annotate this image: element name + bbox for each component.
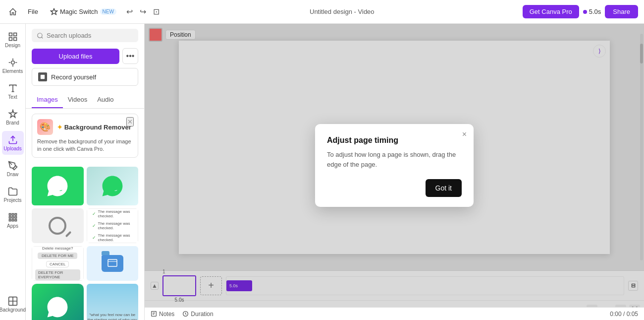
star-icon: ✦ [57,124,64,131]
bg-remover-title: ✦ Background Remover [57,124,131,131]
tab-images[interactable]: Images [32,92,63,108]
svg-rect-18 [108,259,117,266]
svg-rect-11 [15,216,16,218]
timer-dot [583,10,587,14]
search-input[interactable] [47,32,133,39]
delete-for-me: DELETE FOR ME [38,253,77,259]
topbar: File Magic Switch NEW ↩ ↪ ⊡ Untitled des… [0,0,644,24]
svg-point-16 [38,33,42,37]
modal-overlay: × Adjust page timing To adjust how long … [145,24,644,307]
upload-item-8[interactable]: "what you feel now can be the starting p… [87,284,139,320]
folder-icon [102,255,123,272]
resize-icon[interactable]: ⊡ [151,5,161,18]
magnify-icon [49,217,66,235]
topbar-right: Get Canva Pro 5.0s Share [523,5,638,18]
sidebar-label-apps: Apps [7,223,18,229]
svg-rect-12 [9,219,10,221]
svg-rect-8 [15,213,16,215]
search-box [32,29,138,42]
svg-rect-20 [152,312,157,317]
sidebar-item-uploads[interactable]: Uploads [2,131,24,155]
uploads-panel: Upload files ••• Record yourself Images … [26,24,145,320]
svg-rect-6 [9,213,10,215]
delete-for-everyone: DELETE FOR EVERYONE [35,269,80,280]
duration-btn-label: Duration [191,311,213,318]
modal-close-button[interactable]: × [462,130,467,139]
sidebar-label-text: Text [8,94,17,100]
notes-button[interactable]: Notes [151,311,174,318]
upload-files-button[interactable]: Upload files [32,49,119,64]
redo-icon[interactable]: ↪ [138,5,148,18]
upload-item-2[interactable] [87,167,139,205]
home-button[interactable] [6,5,20,19]
svg-point-4 [11,61,14,64]
svg-rect-3 [13,37,16,40]
file-menu[interactable]: File [24,6,42,17]
record-icon [38,72,47,81]
topbar-icons: ↩ ↪ ⊡ [124,5,161,18]
msg-row-1: ✓ The message was checked. [90,209,135,219]
sidebar-label-uploads: Uploads [3,146,22,151]
svg-rect-14 [15,219,16,221]
record-btn-row: Record yourself [26,68,144,92]
svg-rect-2 [9,37,12,40]
upload-more-button[interactable]: ••• [122,48,138,64]
share-button[interactable]: Share [605,5,638,18]
sidebar-item-brand[interactable]: Brand [2,105,24,129]
bottom-right: 0:00 / 0:05 [610,311,638,318]
upload-item-7[interactable] [32,284,84,320]
sidebar-label-elements: Elements [2,68,23,74]
magic-badge: NEW [100,8,116,15]
upload-item-6[interactable] [87,246,139,281]
upload-item-3[interactable] [32,208,84,243]
svg-rect-17 [41,75,45,79]
sidebar-label-projects: Projects [3,197,21,203]
search-icon [37,32,44,39]
bg-remover-header: 🎨 ✦ Background Remover [37,119,133,135]
msg-row-3: ✓ The message was checked. [90,233,135,243]
tab-audio[interactable]: Audio [92,92,118,108]
sidebar-item-draw[interactable]: Draw [2,157,24,181]
svg-rect-9 [9,216,10,218]
timer-display: 5.0s [583,8,601,15]
time-counter: 0:00 / 0:05 [610,311,638,318]
svg-rect-1 [13,33,16,36]
notes-btn-label: Notes [159,311,174,318]
svg-rect-10 [12,216,13,218]
search-area [26,24,144,46]
duration-button[interactable]: Duration [182,311,213,318]
sidebar-label-background: Background [0,307,26,313]
sidebar-item-apps[interactable]: Apps [2,208,24,232]
upload-item-4[interactable]: ✓ The message was checked. ✓ The message… [87,208,139,243]
record-btn-label: Record yourself [51,73,96,81]
magic-switch-button[interactable]: Magic Switch NEW [46,6,120,18]
sidebar-item-elements[interactable]: Elements [2,54,24,77]
bottom-bar: Notes Duration 0:00 / 0:05 [145,307,644,320]
upload-btn-row: Upload files ••• [26,46,144,68]
undo-icon[interactable]: ↩ [124,5,135,18]
notes-icon [151,311,157,317]
record-yourself-button[interactable]: Record yourself [32,68,138,86]
get-canva-pro-button[interactable]: Get Canva Pro [523,5,579,18]
got-it-button[interactable]: Got it [426,179,462,197]
svg-rect-0 [9,33,12,36]
left-sidebar: Design Elements Text Brand Uploads Draw … [0,24,26,320]
sidebar-item-background[interactable]: Background [2,292,24,316]
sidebar-item-text[interactable]: Text [2,79,24,103]
modal-box: × Adjust page timing To adjust how long … [315,124,474,207]
tab-videos[interactable]: Videos [63,92,93,108]
sidebar-item-design[interactable]: Design [2,28,24,52]
msg-row-2: ✓ The message was checked. [90,221,135,231]
svg-rect-7 [12,213,13,215]
upload-item-5[interactable]: Delete message? DELETE FOR ME CANCEL DEL… [32,246,84,281]
bottom-left: Notes Duration [151,311,214,318]
cancel-btn-sim: CANCEL [46,261,69,267]
duration-icon [182,311,189,317]
sidebar-item-projects[interactable]: Projects [2,183,24,206]
bg-remover-description: Remove the background of your image in o… [37,138,133,153]
bg-remover-close-button[interactable]: ✕ [126,117,134,127]
modal-description: To adjust how long a page is shown, drag… [327,150,462,169]
upload-item-1[interactable] [32,167,84,205]
upload-grid: ✓ The message was checked. ✓ The message… [26,163,144,320]
delete-msg-label: Delete message? [42,246,73,251]
